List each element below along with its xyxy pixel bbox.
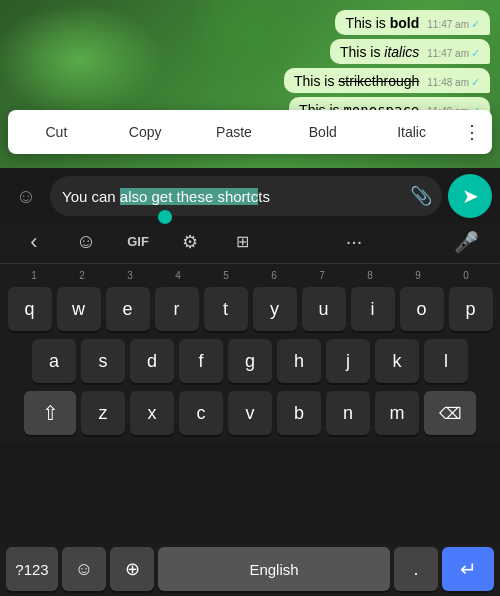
number-hints-row: 1 2 3 4 5 6 7 8 9 0 bbox=[4, 268, 496, 283]
key-w[interactable]: w bbox=[57, 287, 101, 331]
settings-button[interactable]: ⚙ bbox=[164, 220, 216, 264]
context-menu: Cut Copy Paste Bold Italic ⋮ bbox=[8, 110, 492, 154]
key-s[interactable]: s bbox=[81, 339, 125, 383]
message-bubble-3: This is strikethrough 11:48 am ✓ bbox=[284, 68, 490, 93]
more-options-button[interactable]: ⋮ bbox=[456, 121, 488, 143]
attachment-button[interactable]: 📎 bbox=[410, 185, 432, 207]
key-q[interactable]: q bbox=[8, 287, 52, 331]
emoji-key[interactable]: ☺ bbox=[62, 547, 106, 591]
message-input[interactable]: You can also get these shortcts 📎 bbox=[50, 176, 442, 216]
key-m[interactable]: m bbox=[375, 391, 419, 435]
key-f[interactable]: f bbox=[179, 339, 223, 383]
key-g[interactable]: g bbox=[228, 339, 272, 383]
key-k[interactable]: k bbox=[375, 339, 419, 383]
key-t[interactable]: t bbox=[204, 287, 248, 331]
globe-key[interactable]: ⊕ bbox=[110, 547, 154, 591]
shift-key[interactable]: ⇧ bbox=[24, 391, 76, 435]
key-e[interactable]: e bbox=[106, 287, 150, 331]
keyboard-back-button[interactable]: ‹ bbox=[8, 220, 60, 264]
keyboard: 1 2 3 4 5 6 7 8 9 0 q w e r t y u i o p … bbox=[0, 264, 500, 443]
key-row-2: a s d f g h j k l bbox=[4, 339, 496, 383]
cut-button[interactable]: Cut bbox=[12, 116, 101, 148]
key-a[interactable]: a bbox=[32, 339, 76, 383]
message-bubble-1: This is bold 11:47 am ✓ bbox=[335, 10, 490, 35]
key-l[interactable]: l bbox=[424, 339, 468, 383]
message-bubble-2: This is italics 11:47 am ✓ bbox=[330, 39, 490, 64]
key-n[interactable]: n bbox=[326, 391, 370, 435]
microphone-button[interactable]: 🎤 bbox=[440, 220, 492, 264]
enter-key[interactable]: ↵ bbox=[442, 547, 494, 591]
key-y[interactable]: y bbox=[253, 287, 297, 331]
numbers-key[interactable]: ?123 bbox=[6, 547, 58, 591]
key-o[interactable]: o bbox=[400, 287, 444, 331]
key-row-3: ⇧ z x c v b n m ⌫ bbox=[4, 391, 496, 435]
backspace-key[interactable]: ⌫ bbox=[424, 391, 476, 435]
keyboard-toolbar: ‹ ☺ GIF ⚙ ⊞ ··· 🎤 bbox=[0, 220, 500, 264]
bold-button[interactable]: Bold bbox=[278, 116, 367, 148]
key-h[interactable]: h bbox=[277, 339, 321, 383]
translate-button[interactable]: ⊞ bbox=[216, 220, 268, 264]
bottom-bar: ?123 ☺ ⊕ English . ↵ bbox=[0, 542, 500, 596]
key-c[interactable]: c bbox=[179, 391, 223, 435]
period-key[interactable]: . bbox=[394, 547, 438, 591]
key-r[interactable]: r bbox=[155, 287, 199, 331]
key-d[interactable]: d bbox=[130, 339, 174, 383]
key-v[interactable]: v bbox=[228, 391, 272, 435]
emoji-button[interactable]: ☺ bbox=[8, 178, 44, 214]
more-tools-button[interactable]: ··· bbox=[268, 230, 440, 253]
copy-button[interactable]: Copy bbox=[101, 116, 190, 148]
gif-button[interactable]: GIF bbox=[112, 220, 164, 264]
key-x[interactable]: x bbox=[130, 391, 174, 435]
paste-button[interactable]: Paste bbox=[190, 116, 279, 148]
key-i[interactable]: i bbox=[351, 287, 395, 331]
key-j[interactable]: j bbox=[326, 339, 370, 383]
key-p[interactable]: p bbox=[449, 287, 493, 331]
key-u[interactable]: u bbox=[302, 287, 346, 331]
key-b[interactable]: b bbox=[277, 391, 321, 435]
italic-button[interactable]: Italic bbox=[367, 116, 456, 148]
space-key[interactable]: English bbox=[158, 547, 390, 591]
sticker-button[interactable]: ☺ bbox=[60, 220, 112, 264]
key-z[interactable]: z bbox=[81, 391, 125, 435]
send-button[interactable]: ➤ bbox=[448, 174, 492, 218]
key-row-1: q w e r t y u i o p bbox=[4, 287, 496, 331]
input-bar: ☺ You can also get these shortcts 📎 ➤ bbox=[0, 168, 500, 224]
text-cursor bbox=[158, 210, 172, 224]
